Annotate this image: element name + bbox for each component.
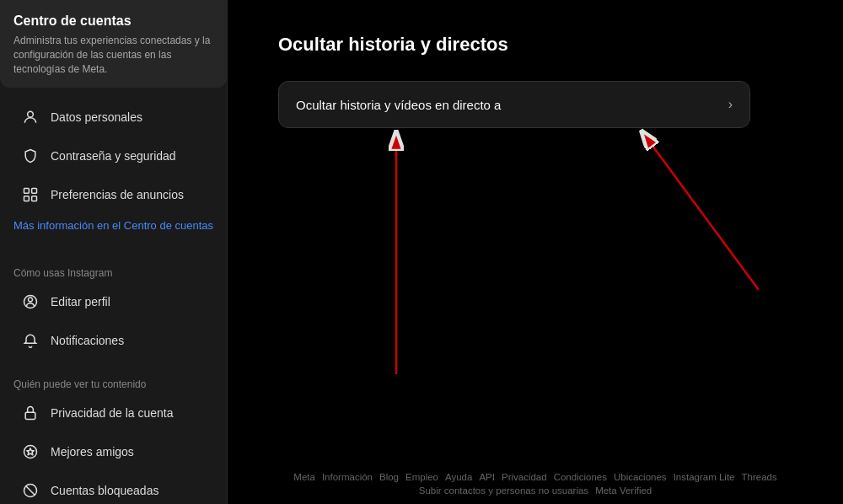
editar-perfil-label: Editar perfil <box>51 295 110 308</box>
page-title: Ocultar historia y directos <box>278 34 792 56</box>
footer-link-instagram-lite[interactable]: Instagram Lite <box>674 472 735 482</box>
cuentas-bloqueadas-label: Cuentas bloqueadas <box>51 484 158 497</box>
footer-link-privacidad[interactable]: Privacidad <box>502 472 547 482</box>
svg-rect-7 <box>25 413 35 420</box>
footer-link-subir-contactos[interactable]: Subir contactos y personas no usuarias <box>419 485 588 496</box>
footer-link-api[interactable]: API <box>479 472 495 482</box>
privacidad-label: Privacidad de la cuenta <box>51 406 174 420</box>
svg-rect-4 <box>32 196 37 201</box>
option-card-hide-history[interactable]: Ocultar historia y vídeos en directo a › <box>278 81 750 128</box>
svg-rect-3 <box>24 196 30 201</box>
footer-link-ubicaciones[interactable]: Ubicaciones <box>614 472 667 482</box>
meta-center-link[interactable]: Más información en el Centro de cuentas <box>0 216 227 240</box>
svg-point-0 <box>28 112 34 118</box>
sidebar-item-mejores-amigos[interactable]: Mejores amigos <box>7 433 220 470</box>
contrasena-seguridad-label: Contraseña y seguridad <box>51 149 176 163</box>
sidebar-item-privacidad[interactable]: Privacidad de la cuenta <box>7 394 220 432</box>
main-content: Ocultar historia y directos Ocultar hist… <box>228 0 843 504</box>
meta-links-section: Datos personales Contraseña y seguridad … <box>0 94 227 249</box>
footer-link-empleo[interactable]: Empleo <box>405 472 438 482</box>
mejores-amigos-label: Mejores amigos <box>51 445 134 458</box>
section-label-como-usas: Cómo usas Instagram <box>0 259 227 282</box>
sidebar-item-notificaciones[interactable]: Notificaciones <box>7 322 220 359</box>
sidebar-header: Centro de cuentas Administra tus experie… <box>0 0 227 88</box>
svg-marker-9 <box>27 448 34 455</box>
grid-icon <box>20 185 40 205</box>
svg-point-8 <box>24 446 37 458</box>
footer-links-row1: Meta Información Blog Empleo Ayuda API P… <box>293 472 776 482</box>
sidebar-header-title: Centro de cuentas <box>13 13 213 29</box>
person-circle-icon <box>20 292 40 312</box>
option-row-hide-history[interactable]: Ocultar historia y vídeos en directo a › <box>279 82 749 127</box>
datos-personales-label: Datos personales <box>51 110 142 124</box>
option-row-label: Ocultar historia y vídeos en directo a <box>296 98 501 112</box>
footer-link-informacion[interactable]: Información <box>322 472 373 482</box>
svg-rect-2 <box>32 189 37 194</box>
chevron-right-icon: › <box>728 97 733 112</box>
content-area: Ocultar historia y directos Ocultar hist… <box>228 0 843 462</box>
footer-link-ayuda[interactable]: Ayuda <box>445 472 472 482</box>
notificaciones-label: Notificaciones <box>51 334 124 347</box>
svg-rect-1 <box>24 189 30 194</box>
shield-icon <box>20 146 40 166</box>
lock-icon <box>20 403 40 423</box>
section-label-quien-puede: Quién puede ver tu contenido <box>0 370 227 394</box>
sidebar-header-desc: Administra tus experiencias conectadas y… <box>13 34 213 76</box>
preferencias-anuncios-label: Preferencias de anuncios <box>51 188 184 201</box>
sidebar: Centro de cuentas Administra tus experie… <box>0 0 228 504</box>
footer-link-meta[interactable]: Meta <box>293 472 315 482</box>
person-icon <box>20 107 40 127</box>
footer-links-row2: Subir contactos y personas no usuarias M… <box>419 485 652 496</box>
footer-link-condiciones[interactable]: Condiciones <box>554 472 607 482</box>
bell-icon <box>20 330 40 351</box>
footer-link-blog[interactable]: Blog <box>379 472 399 482</box>
sidebar-item-contrasena-seguridad[interactable]: Contraseña y seguridad <box>7 138 220 174</box>
footer-link-threads[interactable]: Threads <box>742 472 777 482</box>
sidebar-item-cuentas-bloqueadas[interactable]: Cuentas bloqueadas <box>7 472 220 504</box>
block-circle-icon <box>20 480 40 501</box>
star-circle-icon <box>20 442 40 462</box>
svg-point-6 <box>29 298 33 302</box>
sidebar-item-editar-perfil[interactable]: Editar perfil <box>7 283 220 320</box>
svg-line-15 <box>641 130 759 290</box>
footer-link-meta-verified[interactable]: Meta Verified <box>595 485 652 496</box>
footer: Meta Información Blog Empleo Ayuda API P… <box>228 462 843 504</box>
sidebar-item-datos-personales[interactable]: Datos personales <box>7 99 220 135</box>
arrows-overlay <box>228 0 843 462</box>
svg-line-11 <box>26 486 35 496</box>
sidebar-item-preferencias-anuncios[interactable]: Preferencias de anuncios <box>7 177 220 212</box>
